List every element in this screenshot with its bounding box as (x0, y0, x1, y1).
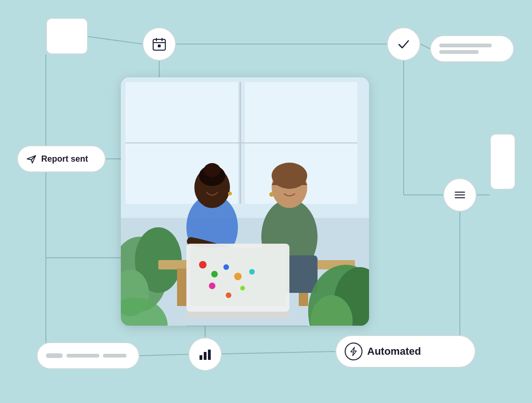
svg-rect-70 (208, 350, 211, 360)
svg-point-56 (249, 269, 255, 275)
report-sent-label: Report sent (41, 154, 88, 164)
barchart-node (188, 337, 222, 371)
automated-label: Automated (367, 345, 421, 358)
svg-point-55 (234, 273, 242, 280)
svg-line-13 (205, 351, 335, 354)
svg-rect-25 (158, 45, 161, 47)
grey-block-1 (46, 353, 63, 358)
right-rect-block (490, 134, 516, 190)
svg-line-0 (88, 37, 142, 44)
lightning-icon (348, 346, 359, 357)
svg-line-7 (421, 44, 430, 49)
calendar-node (142, 27, 176, 61)
list-node (443, 178, 477, 212)
report-sent-pill: Report sent (17, 145, 106, 172)
svg-line-16 (140, 354, 188, 356)
svg-point-52 (199, 261, 207, 269)
photo-svg (121, 77, 369, 326)
svg-rect-38 (177, 269, 186, 306)
grey-line-2 (439, 50, 479, 54)
svg-point-53 (211, 271, 218, 277)
svg-rect-68 (200, 355, 202, 360)
send-icon (26, 154, 37, 164)
svg-point-43 (204, 163, 221, 177)
check-node (387, 27, 421, 61)
canvas: .line { stroke: #8ab8bc; stroke-width: 2… (8, 9, 524, 394)
svg-point-54 (223, 264, 229, 270)
hero-photo (121, 77, 369, 326)
barchart-icon (198, 347, 213, 362)
grey-block-2 (66, 354, 99, 358)
calendar-icon (152, 37, 167, 52)
check-icon (396, 37, 411, 52)
top-right-lines-pill (430, 35, 514, 62)
grey-line-1 (439, 44, 492, 47)
automated-pill: Automated (335, 335, 476, 368)
svg-point-44 (228, 192, 232, 195)
lightning-icon-circle (345, 343, 362, 360)
svg-point-57 (209, 283, 215, 289)
svg-point-49 (269, 192, 274, 197)
svg-marker-71 (351, 347, 356, 356)
svg-point-58 (240, 286, 245, 291)
grey-block-3 (103, 354, 126, 358)
top-left-rect (46, 18, 88, 54)
svg-rect-69 (204, 352, 207, 360)
bottom-left-pill (37, 342, 140, 369)
photo-image (121, 77, 369, 326)
svg-rect-60 (186, 312, 289, 319)
list-icon (452, 187, 467, 202)
svg-point-59 (226, 292, 231, 298)
